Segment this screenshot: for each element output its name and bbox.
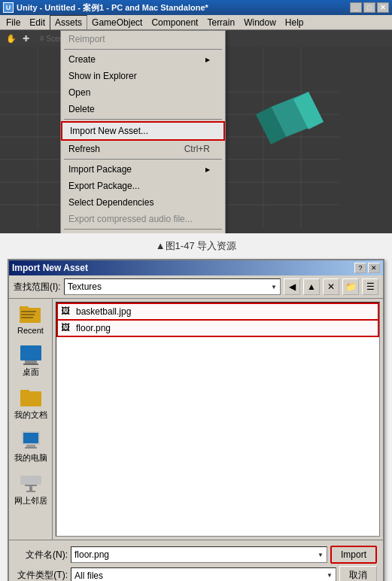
- svg-rect-31: [25, 447, 37, 449]
- dropdown-reimport[interactable]: Reimport: [61, 31, 225, 47]
- menu-bar: File Edit Assets GameObject Component Te…: [0, 15, 392, 30]
- dialog-title-bar: Import New Asset ? ✕: [9, 260, 383, 275]
- filename-value: floor.png: [74, 549, 109, 560]
- dropdown-import-package[interactable]: Import Package ▶: [61, 161, 225, 178]
- network-icon: [19, 473, 43, 494]
- minimize-button[interactable]: _: [350, 2, 362, 13]
- filetype-value: All files: [74, 570, 103, 581]
- dropdown-delete[interactable]: Delete: [61, 101, 225, 117]
- look-in-value: Textures: [68, 281, 102, 292]
- dialog-sidebar: Recent 桌面 我的文档: [9, 299, 53, 540]
- svg-rect-29: [23, 433, 38, 443]
- move-tool[interactable]: ✚: [23, 34, 29, 44]
- desktop-label: 桌面: [23, 367, 39, 378]
- dialog-toolbar: 查找范围(I): Textures ▼ ◀ ▲ ✕ 📁 ☰: [9, 275, 383, 299]
- separator-3: [64, 159, 222, 160]
- look-in-combo[interactable]: Textures ▼: [64, 278, 281, 295]
- dropdown-refresh[interactable]: Refresh Ctrl+R: [61, 141, 225, 157]
- filetype-label: 文件类型(T):: [15, 569, 68, 581]
- svg-rect-27: [20, 390, 29, 394]
- dropdown-open[interactable]: Open: [61, 84, 225, 101]
- dropdown-export-compressed[interactable]: Export compressed audio file...: [61, 211, 225, 227]
- window-title: Unity - Untitled - 案例1 - PC and Mac Stan…: [17, 2, 350, 14]
- look-in-label: 查找范围(I):: [14, 281, 61, 294]
- network-label: 网上邻居: [14, 495, 47, 506]
- filename-label: 文件名(N):: [15, 549, 68, 561]
- svg-rect-36: [26, 491, 35, 492]
- separator-2: [64, 119, 222, 120]
- file-name-floor: floor.png: [76, 323, 111, 333]
- toolbar-view-btn[interactable]: ☰: [362, 278, 378, 295]
- scene-label: ✋: [6, 34, 17, 44]
- sidebar-network[interactable]: 网上邻居: [14, 473, 47, 506]
- documents-label: 我的文档: [14, 409, 47, 421]
- menu-window[interactable]: Window: [239, 16, 281, 29]
- documents-icon: [19, 387, 43, 408]
- separator-4: [64, 229, 222, 230]
- import-button[interactable]: Import: [330, 546, 377, 564]
- recent-label: Recent: [17, 326, 44, 335]
- toolbar-new-folder-btn[interactable]: 📁: [342, 278, 359, 295]
- close-button[interactable]: ✕: [377, 2, 389, 13]
- filetype-row: 文件类型(T): All files ▼ 取消: [15, 566, 377, 581]
- dropdown-select-dependencies[interactable]: Select Dependencies: [61, 194, 225, 211]
- filetype-input[interactable]: All files ▼: [71, 567, 336, 582]
- dropdown-reimport-all[interactable]: Reimport All: [61, 231, 225, 233]
- svg-rect-19: [20, 306, 29, 310]
- svg-rect-32: [20, 476, 31, 485]
- filename-input[interactable]: floor.png ▼: [71, 546, 327, 563]
- assets-dropdown: Reimport Create ▶ Show in Explorer Open …: [60, 30, 226, 233]
- dropdown-create[interactable]: Create ▶: [61, 51, 225, 68]
- menu-component[interactable]: Component: [147, 16, 202, 29]
- file-name-basketball: basketball.jpg: [76, 306, 131, 317]
- file-item-floor[interactable]: 🖼 floor.png: [56, 319, 379, 337]
- svg-rect-25: [23, 364, 38, 365]
- svg-rect-20: [21, 311, 36, 312]
- svg-rect-23: [20, 345, 41, 360]
- svg-rect-22: [21, 317, 33, 318]
- file-list-area: 🖼 basketball.jpg 🖼 floor.png: [56, 302, 380, 537]
- file-icon-basketball: 🖼: [61, 306, 73, 318]
- filename-arrow: ▼: [318, 552, 324, 558]
- menu-edit[interactable]: Edit: [25, 16, 50, 29]
- svg-rect-34: [25, 485, 37, 486]
- cancel-button[interactable]: 取消: [339, 566, 377, 581]
- menu-help[interactable]: Help: [281, 16, 308, 29]
- look-in-arrow: ▼: [271, 284, 277, 290]
- maximize-button[interactable]: □: [363, 2, 375, 13]
- sidebar-computer[interactable]: 我的电脑: [14, 430, 47, 464]
- computer-icon: [19, 430, 43, 451]
- dialog-main-area: Recent 桌面 我的文档: [9, 299, 383, 540]
- filetype-arrow: ▼: [327, 572, 333, 579]
- toolbar-delete-btn[interactable]: ✕: [323, 278, 339, 295]
- dialog-title-buttons: ? ✕: [354, 263, 380, 273]
- recent-icon: [18, 303, 42, 324]
- dialog-bottom: 文件名(N): floor.png ▼ Import 文件类型(T): All …: [9, 540, 383, 581]
- filename-row: 文件名(N): floor.png ▼ Import: [15, 546, 377, 564]
- svg-rect-30: [26, 445, 35, 447]
- svg-rect-21: [21, 314, 35, 315]
- unity-icon: U: [3, 2, 14, 13]
- svg-rect-35: [29, 486, 32, 491]
- file-item-basketball[interactable]: 🖼 basketball.jpg: [56, 303, 379, 321]
- dialog-close-button[interactable]: ✕: [368, 263, 380, 273]
- toolbar-back-btn[interactable]: ◀: [284, 278, 300, 295]
- dialog-title: Import New Asset: [12, 263, 88, 273]
- menu-terrain[interactable]: Terrain: [202, 16, 239, 29]
- toolbar-up-btn[interactable]: ▲: [303, 278, 320, 295]
- dropdown-import-new-asset[interactable]: Import New Asset...: [61, 121, 225, 141]
- file-icon-floor: 🖼: [61, 322, 73, 334]
- unity-window: U Unity - Untitled - 案例1 - PC and Mac St…: [0, 0, 392, 233]
- menu-file[interactable]: File: [2, 16, 25, 29]
- import-asset-dialog: Import New Asset ? ✕ 查找范围(I): Textures ▼…: [8, 259, 384, 581]
- sidebar-desktop[interactable]: 桌面: [19, 344, 43, 378]
- sidebar-documents[interactable]: 我的文档: [14, 387, 47, 421]
- svg-rect-24: [25, 360, 37, 364]
- dropdown-show-explorer[interactable]: Show in Explorer: [61, 68, 225, 84]
- svg-rect-33: [31, 476, 41, 485]
- dropdown-export-package[interactable]: Export Package...: [61, 178, 225, 194]
- menu-assets[interactable]: Assets: [50, 15, 87, 30]
- menu-gameobject[interactable]: GameObject: [87, 16, 147, 29]
- sidebar-recent[interactable]: Recent: [17, 303, 44, 335]
- dialog-help-button[interactable]: ?: [354, 263, 366, 273]
